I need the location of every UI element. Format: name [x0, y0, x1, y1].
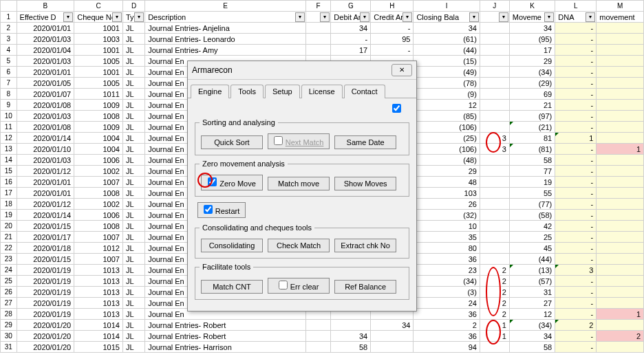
filter-icon[interactable]: ▾: [499, 12, 508, 22]
extract-chk-button[interactable]: Extract chk No: [334, 239, 396, 252]
table-row[interactable]: 22020/01/011001JLJournal Entries- Anjeli…: [1, 23, 644, 34]
tab-license[interactable]: License: [301, 85, 343, 98]
next-match-button[interactable]: Next Match: [268, 133, 330, 149]
check-match-button[interactable]: Check Match: [268, 239, 330, 252]
quick-sort-button[interactable]: Quick Sort: [201, 135, 263, 149]
group-sorting: Sorting and analysing Quick Sort Next Ma…: [195, 118, 409, 155]
column-letters-row: BC DE FG HI JK LM: [1, 1, 644, 12]
top-checkbox[interactable]: [392, 104, 401, 113]
dialog-title: Armarecon: [192, 65, 233, 75]
filter-icon[interactable]: ▾: [112, 12, 122, 22]
filter-icon[interactable]: ▾: [295, 12, 305, 22]
table-row[interactable]: 302020/01/201014JLJournal Entries- Rober…: [1, 331, 644, 342]
close-icon[interactable]: ✕: [391, 64, 412, 76]
match-move-button[interactable]: Match move: [268, 177, 330, 190]
err-clear-button[interactable]: Err clear: [268, 278, 330, 294]
filter-icon[interactable]: ▾: [134, 12, 144, 22]
consolidating-button[interactable]: Consolidating: [201, 239, 263, 252]
armarecon-dialog: Armarecon ✕ Engine Tools Setup License C…: [187, 61, 417, 311]
group-zero-movement: Zero movement analysis Zero Move Match m…: [195, 160, 409, 197]
tab-contact[interactable]: Contact: [344, 85, 385, 98]
filter-icon[interactable]: ▾: [402, 12, 412, 22]
zero-move-button[interactable]: Zero Move: [201, 175, 263, 190]
table-row[interactable]: 42020/01/041001JLJournal Entries- Amy17-…: [1, 45, 644, 56]
filter-icon[interactable]: ▾: [360, 12, 369, 22]
show-moves-button[interactable]: Show Moves: [334, 177, 396, 190]
filter-icon[interactable]: ▾: [320, 12, 330, 22]
table-row[interactable]: 312020/01/201015JLJournal Entries- Harri…: [1, 342, 644, 353]
group-facilitate: Facilitate tools Match CNT Err clear Ref…: [195, 263, 409, 300]
filter-icon[interactable]: ▾: [469, 12, 479, 22]
filter-icon[interactable]: ▾: [544, 12, 554, 22]
match-cnt-button[interactable]: Match CNT: [201, 280, 263, 294]
dialog-tabs: Engine Tools Setup License Contact: [188, 80, 416, 98]
table-row[interactable]: 32020/01/031003JLJournal Entries- Leonar…: [1, 34, 644, 45]
tab-setup[interactable]: Setup: [265, 85, 300, 98]
tab-engine[interactable]: Engine: [191, 85, 229, 98]
tab-tools[interactable]: Tools: [230, 85, 264, 98]
group-consolidating: Consolidating and cheques tools Consolid…: [195, 223, 409, 259]
filter-icon[interactable]: ▾: [586, 12, 595, 22]
ref-balance-button[interactable]: Ref Balance: [334, 280, 396, 294]
filter-icon[interactable]: ▾: [63, 12, 73, 22]
header-row: 1 Effective D▾ Cheque No▾ Ty▾ Descriptio…: [1, 12, 644, 23]
table-row[interactable]: 292020/01/201014JLJournal Entries- Rober…: [1, 320, 644, 331]
restart-button[interactable]: Restart: [197, 202, 246, 218]
same-date-button[interactable]: Same Date: [334, 135, 396, 149]
